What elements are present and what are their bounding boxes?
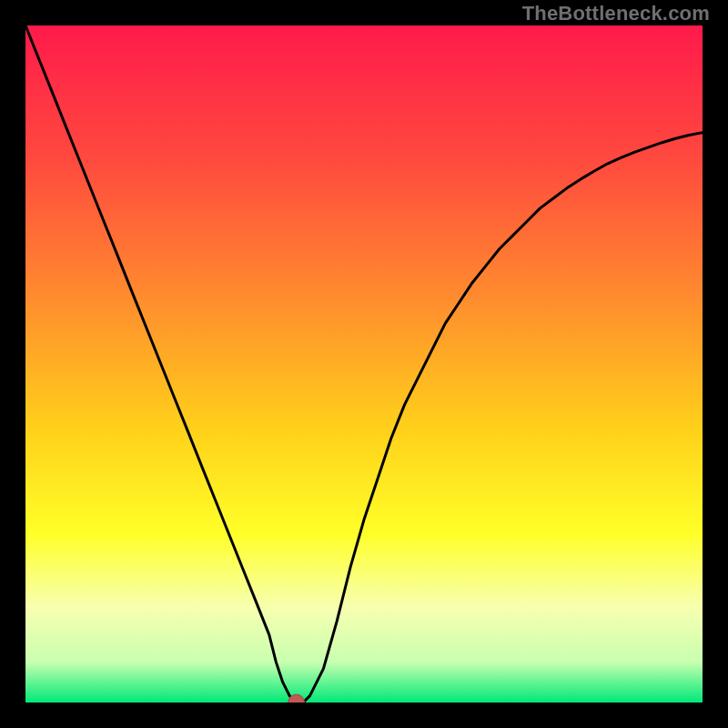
plot-area <box>25 25 703 703</box>
chart-frame: TheBottleneck.com <box>0 0 728 728</box>
watermark-text: TheBottleneck.com <box>522 2 710 25</box>
chart-svg <box>25 25 703 703</box>
gradient-background <box>25 25 703 703</box>
